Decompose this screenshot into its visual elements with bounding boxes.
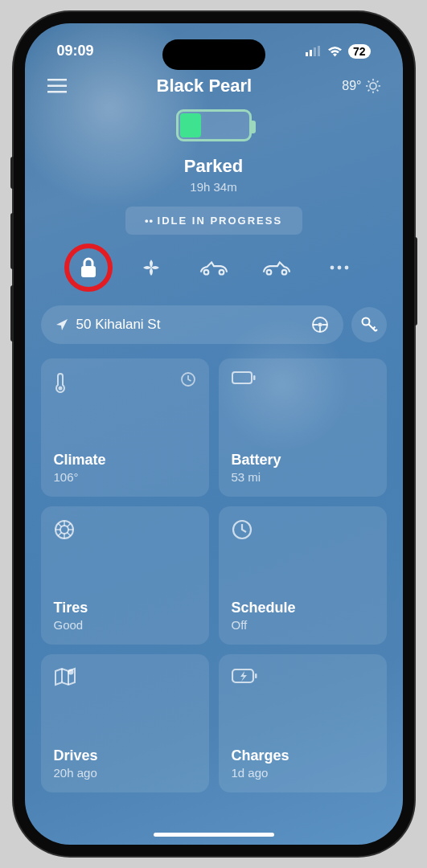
tire-icon (54, 519, 196, 540)
trunk-button[interactable] (261, 252, 292, 283)
dynamic-island (162, 39, 265, 70)
svg-line-12 (367, 81, 369, 83)
clock-icon (180, 371, 196, 387)
thermometer-icon (54, 371, 196, 394)
svg-line-14 (367, 90, 369, 92)
location-arrow-icon (55, 318, 68, 331)
phone-frame: 09:09 72 Black Pearl 89° (14, 12, 414, 856)
quick-actions-row (25, 252, 403, 283)
svg-point-7 (370, 83, 376, 89)
svg-rect-0 (306, 52, 308, 56)
map-icon (54, 667, 196, 686)
svg-point-25 (318, 323, 322, 327)
status-time: 09:09 (57, 43, 94, 59)
svg-point-23 (344, 266, 348, 270)
weather-temp[interactable]: 89° (342, 79, 380, 93)
steering-wheel-icon[interactable] (311, 316, 329, 334)
svg-line-15 (376, 81, 378, 83)
svg-point-33 (58, 387, 62, 391)
svg-rect-2 (314, 47, 316, 56)
key-button[interactable] (351, 307, 387, 342)
tiles-grid: Climate106° Battery53 mi TiresGood Sched… (25, 344, 403, 792)
car-battery-level (25, 109, 403, 141)
svg-point-18 (219, 270, 224, 275)
wifi-icon (327, 46, 343, 57)
battery-icon (232, 371, 374, 384)
svg-rect-3 (318, 46, 320, 56)
tile-battery[interactable]: Battery53 mi (219, 358, 387, 497)
svg-line-31 (373, 327, 376, 330)
car-name-title: Black Pearl (67, 76, 343, 96)
tile-tires[interactable]: TiresGood (41, 506, 209, 645)
charge-icon (232, 667, 374, 685)
more-actions-button[interactable] (324, 252, 355, 283)
svg-point-17 (203, 270, 208, 275)
svg-line-44 (67, 533, 70, 536)
cellular-icon (306, 46, 322, 56)
svg-line-32 (376, 330, 377, 331)
sun-icon (366, 79, 380, 93)
frunk-button[interactable] (199, 252, 229, 283)
svg-rect-5 (47, 85, 67, 88)
location-address: 50 Kihalani St (76, 317, 161, 333)
tile-charges[interactable]: Charges1d ago (219, 654, 387, 792)
svg-point-21 (330, 266, 334, 270)
menu-icon[interactable] (47, 79, 67, 93)
climate-button[interactable] (136, 252, 166, 283)
svg-rect-16 (81, 266, 96, 277)
svg-rect-35 (232, 372, 252, 383)
svg-point-50 (68, 669, 73, 675)
vehicle-state: Parked (25, 156, 403, 177)
svg-point-22 (337, 266, 341, 270)
svg-line-43 (58, 523, 61, 526)
svg-line-45 (58, 533, 61, 536)
svg-line-46 (67, 523, 70, 526)
status-battery: 72 (348, 44, 371, 59)
svg-point-19 (266, 270, 271, 275)
svg-line-13 (376, 90, 378, 92)
home-indicator[interactable] (154, 833, 274, 837)
tile-schedule[interactable]: ScheduleOff (219, 506, 387, 645)
svg-rect-52 (255, 674, 257, 678)
tile-drives[interactable]: Drives20h ago (41, 654, 209, 792)
vehicle-state-duration: 19h 34m (25, 180, 403, 194)
lock-button[interactable] (73, 252, 104, 283)
svg-rect-1 (310, 50, 312, 56)
svg-rect-4 (47, 79, 67, 81)
clock-icon (232, 519, 374, 540)
tile-climate[interactable]: Climate106° (41, 358, 209, 497)
svg-rect-6 (47, 91, 67, 93)
location-pill[interactable]: 50 Kihalani St (41, 305, 343, 344)
svg-rect-36 (253, 375, 256, 380)
idle-badge[interactable]: IDLE IN PROGRESS (125, 207, 302, 235)
svg-point-20 (281, 270, 286, 275)
screen: 09:09 72 Black Pearl 89° (25, 23, 403, 845)
